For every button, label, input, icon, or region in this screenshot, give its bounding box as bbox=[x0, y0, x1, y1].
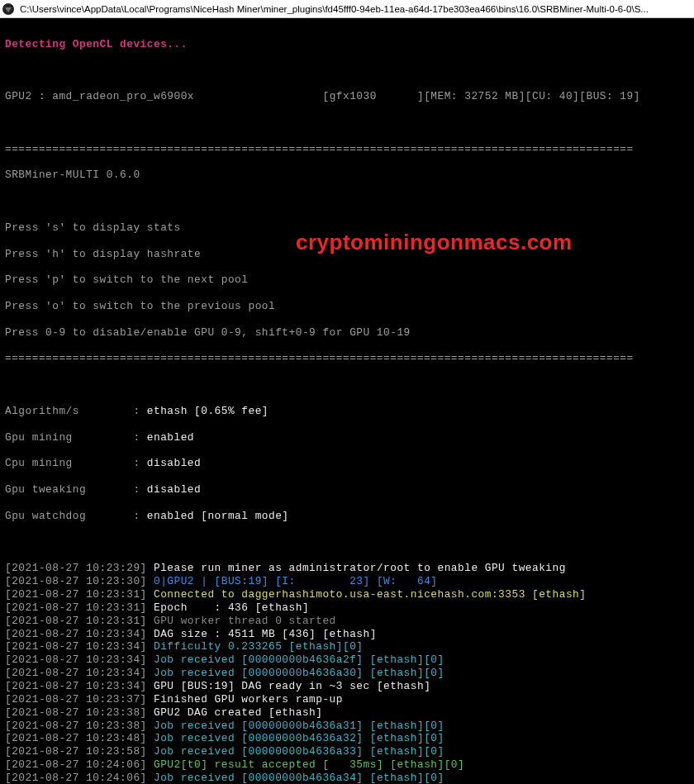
log-message: DAG size : 4511 MB [436] [ethash] bbox=[147, 628, 377, 640]
log-message: 0|GPU2 | [BUS:19] [I: 23] [W: 64] bbox=[147, 575, 438, 587]
help-line: Press 'p' to switch to the next pool bbox=[5, 273, 689, 287]
log-line: [2021-08-27 10:23:29] Please run miner a… bbox=[5, 562, 689, 575]
log-timestamp: [2021-08-27 10:23:34] bbox=[5, 667, 147, 679]
window-titlebar: C:\Users\vince\AppData\Local\Programs\Ni… bbox=[0, 0, 694, 18]
terminal-output: Detecting OpenCL devices... GPU2 : amd_r… bbox=[0, 18, 694, 784]
log-line: [2021-08-27 10:23:37] Finished GPU worke… bbox=[5, 693, 689, 706]
log-line: [2021-08-27 10:23:38] GPU2 DAG created [… bbox=[5, 706, 689, 720]
log-message: Epoch : 436 [ethash] bbox=[147, 601, 309, 614]
log-line: [2021-08-27 10:23:31] Epoch : 436 [ethas… bbox=[5, 601, 689, 615]
log-timestamp: [2021-08-27 10:23:31] bbox=[5, 615, 147, 627]
banner-title: SRBMiner-MULTI 0.6.0 bbox=[5, 169, 689, 182]
log-line: [2021-08-27 10:23:31] GPU worker thread … bbox=[5, 615, 689, 628]
log-line: [2021-08-27 10:23:34] GPU [BUS:19] DAG r… bbox=[5, 680, 689, 693]
log-message: Job received [00000000b4636a33] [ethash]… bbox=[147, 745, 444, 758]
log-timestamp: [2021-08-27 10:23:31] bbox=[5, 588, 147, 601]
help-line: Press 'h' to display hashrate bbox=[5, 248, 689, 261]
log-message: Job received [00000000b4636a31] [ethash]… bbox=[147, 720, 444, 732]
help-line: Press 'o' to switch to the previous pool bbox=[5, 300, 689, 313]
divider-top: ========================================… bbox=[5, 143, 689, 156]
log-message: Job received [00000000b4636a2f] [ethash]… bbox=[147, 653, 444, 666]
log-timestamp: [2021-08-27 10:23:30] bbox=[5, 575, 147, 587]
log-line: [2021-08-27 10:23:31] Connected to dagge… bbox=[5, 588, 689, 601]
log-timestamp: [2021-08-27 10:23:38] bbox=[5, 706, 147, 719]
log-message: Please run miner as administrator/root t… bbox=[147, 562, 566, 574]
log-line: [2021-08-27 10:23:34] Job received [0000… bbox=[5, 653, 689, 667]
config-row: Gpu mining : enabled bbox=[5, 431, 689, 444]
log-message: Finished GPU workers ramp-up bbox=[147, 693, 343, 706]
log-message: Difficulty 0.233265 [ethash][0] bbox=[147, 640, 364, 653]
log-timestamp: [2021-08-27 10:23:37] bbox=[5, 693, 147, 706]
app-icon bbox=[2, 2, 15, 16]
log-line: [2021-08-27 10:24:06] GPU2[t0] result ac… bbox=[5, 758, 689, 772]
log-line: [2021-08-27 10:24:06] Job received [0000… bbox=[5, 772, 689, 784]
log-message: Connected to daggerhashimoto.usa-east.ni… bbox=[147, 588, 587, 601]
log-timestamp: [2021-08-27 10:23:34] bbox=[5, 640, 147, 653]
log-timestamp: [2021-08-27 10:23:34] bbox=[5, 680, 147, 692]
log-message: Job received [00000000b4636a32] [ethash]… bbox=[147, 732, 444, 744]
log-line: [2021-08-27 10:23:30] 0|GPU2 | [BUS:19] … bbox=[5, 575, 689, 588]
log-line: [2021-08-27 10:23:34] DAG size : 4511 MB… bbox=[5, 628, 689, 641]
detecting-line: Detecting OpenCL devices... bbox=[5, 38, 689, 51]
log-timestamp: [2021-08-27 10:24:06] bbox=[5, 772, 147, 784]
log-timestamp: [2021-08-27 10:23:34] bbox=[5, 628, 147, 640]
log-timestamp: [2021-08-27 10:23:58] bbox=[5, 745, 147, 758]
log-message: GPU2 DAG created [ethash] bbox=[147, 706, 323, 719]
log-timestamp: [2021-08-27 10:23:29] bbox=[5, 562, 147, 574]
config-row: Gpu tweaking : disabled bbox=[5, 483, 689, 497]
log-message: Job received [00000000b4636a30] [ethash]… bbox=[147, 667, 444, 679]
log-timestamp: [2021-08-27 10:23:48] bbox=[5, 732, 147, 744]
divider-bottom: ========================================… bbox=[5, 352, 689, 365]
log-message: GPU [BUS:19] DAG ready in ~3 sec [ethash… bbox=[147, 680, 431, 692]
log-message: GPU worker thread 0 started bbox=[147, 615, 336, 627]
config-row: Gpu watchdog : enabled [normal mode] bbox=[5, 510, 689, 523]
log-timestamp: [2021-08-27 10:23:31] bbox=[5, 601, 147, 614]
gpu-info-line: GPU2 : amd_radeon_pro_w6900x [gfx1030 ][… bbox=[5, 90, 689, 103]
log-line: [2021-08-27 10:23:34] Job received [0000… bbox=[5, 667, 689, 680]
log-message: GPU2[t0] result accepted [ 35ms] [ethash… bbox=[147, 758, 464, 771]
log-timestamp: [2021-08-27 10:23:34] bbox=[5, 653, 147, 666]
log-timestamp: [2021-08-27 10:24:06] bbox=[5, 758, 147, 771]
log-line: [2021-08-27 10:23:34] Difficulty 0.23326… bbox=[5, 640, 689, 653]
log-line: [2021-08-27 10:23:38] Job received [0000… bbox=[5, 720, 689, 733]
help-line: Press 's' to display stats bbox=[5, 221, 689, 235]
help-line: Press 0-9 to disable/enable GPU 0-9, shi… bbox=[5, 326, 689, 340]
config-row: Algorithm/s : ethash [0.65% fee] bbox=[5, 405, 689, 418]
log-line: [2021-08-27 10:23:48] Job received [0000… bbox=[5, 732, 689, 745]
log-line: [2021-08-27 10:23:58] Job received [0000… bbox=[5, 745, 689, 758]
log-message: Job received [00000000b4636a34] [ethash]… bbox=[147, 772, 444, 784]
window-title-path: C:\Users\vince\AppData\Local\Programs\Ni… bbox=[20, 4, 649, 14]
log-timestamp: [2021-08-27 10:23:38] bbox=[5, 720, 147, 732]
config-row: Cpu mining : disabled bbox=[5, 457, 689, 470]
